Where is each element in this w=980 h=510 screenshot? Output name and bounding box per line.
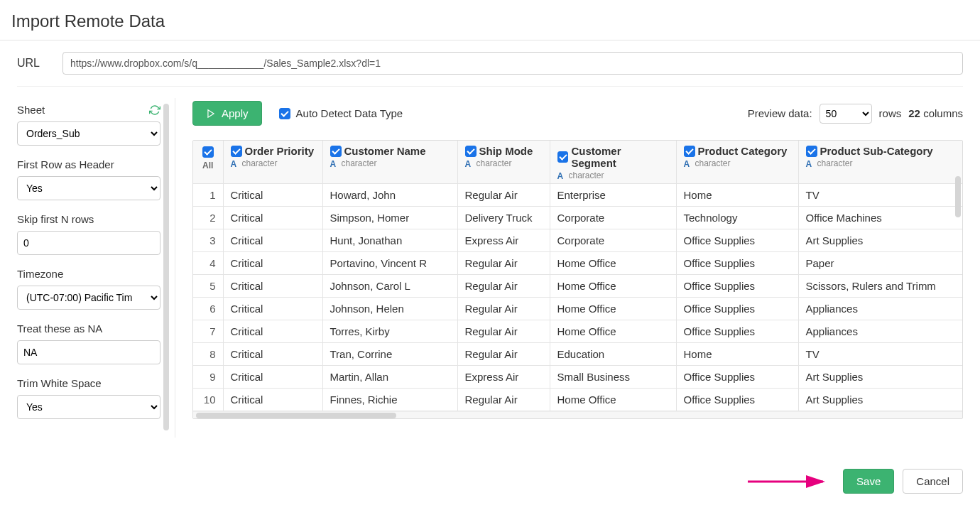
- cell: Technology: [676, 207, 798, 229]
- first-row-header-select[interactable]: Yes: [17, 176, 160, 200]
- row-number: 8: [193, 343, 223, 366]
- col-header-product-category[interactable]: Product Category Acharacter: [676, 141, 798, 184]
- col-header-all[interactable]: All: [193, 141, 223, 184]
- auto-detect-checkbox[interactable]: [279, 108, 290, 119]
- preview-rows-select[interactable]: 50: [820, 104, 872, 124]
- col-name: Order Priority: [245, 145, 315, 157]
- skip-rows-input[interactable]: [17, 231, 160, 255]
- col-checkbox[interactable]: [684, 146, 695, 157]
- vertical-scrollbar[interactable]: [955, 176, 961, 217]
- cell: Portavino, Vincent R: [322, 252, 457, 275]
- cell: Critical: [223, 184, 322, 207]
- cell: Critical: [223, 298, 322, 320]
- cell: Appliances: [798, 320, 962, 343]
- cell: Critical: [223, 275, 322, 298]
- col-checkbox[interactable]: [465, 146, 477, 157]
- url-label: URL: [17, 57, 43, 70]
- first-row-header-label: First Row as Header: [17, 158, 114, 170]
- col-header-order-priority[interactable]: Order Priority Acharacter: [223, 141, 322, 184]
- cell: Home: [676, 184, 798, 207]
- cancel-button[interactable]: Cancel: [903, 469, 963, 494]
- cell: Education: [550, 343, 676, 366]
- content: Apply Auto Detect Data Type Preview data…: [181, 87, 963, 449]
- cell: Office Supplies: [676, 320, 798, 343]
- apply-button[interactable]: Apply: [192, 101, 262, 126]
- col-header-customer-segment[interactable]: Customer Segment Acharacter: [550, 141, 676, 184]
- cell: Art Supplies: [798, 229, 962, 252]
- row-number: 9: [193, 366, 223, 389]
- cell: Martin, Allan: [322, 366, 457, 389]
- cell: Critical: [223, 207, 322, 229]
- columns-label: columns: [923, 107, 963, 119]
- type-a-icon: A: [330, 159, 339, 168]
- controls-row: Apply Auto Detect Data Type Preview data…: [192, 101, 963, 126]
- refresh-icon[interactable]: [149, 104, 160, 116]
- sheet-select[interactable]: Orders_Sub: [17, 121, 160, 146]
- col-type: character: [569, 170, 604, 180]
- table-wrap: All Order Priority Acharacter Customer N…: [192, 140, 963, 419]
- cell: Home Office: [550, 320, 676, 343]
- cell: Corporate: [550, 207, 676, 229]
- scrollbar-thumb[interactable]: [196, 413, 396, 418]
- cell: Home Office: [550, 298, 676, 320]
- row-number: 1: [193, 184, 223, 207]
- type-a-icon: A: [684, 159, 692, 168]
- vertical-separator: [175, 98, 175, 438]
- col-checkbox[interactable]: [557, 151, 569, 163]
- cell: Scissors, Rulers and Trimm: [798, 275, 962, 298]
- cell: Office Supplies: [676, 389, 798, 411]
- cell: Regular Air: [457, 343, 550, 366]
- cell: Regular Air: [457, 252, 550, 275]
- play-icon: [206, 109, 216, 119]
- cell: Critical: [223, 229, 322, 252]
- columns-count: 22: [908, 107, 920, 119]
- col-checkbox[interactable]: [806, 146, 817, 157]
- svg-marker-0: [208, 109, 214, 117]
- cell: TV: [798, 184, 962, 207]
- cell: Small Business: [550, 366, 676, 389]
- auto-detect-wrap[interactable]: Auto Detect Data Type: [279, 107, 403, 119]
- sidebar-scrollbar[interactable]: [163, 104, 169, 430]
- table-row: 10CriticalFinnes, RichieRegular AirHome …: [193, 389, 962, 411]
- skip-rows-label: Skip first N rows: [17, 213, 94, 225]
- type-a-icon: A: [231, 159, 239, 168]
- table-row: 9CriticalMartin, AllanExpress AirSmall B…: [193, 366, 962, 389]
- col-header-ship-mode[interactable]: Ship Mode Acharacter: [457, 141, 550, 184]
- trim-ws-select[interactable]: Yes: [17, 395, 160, 419]
- cell: Johnson, Helen: [322, 298, 457, 320]
- cell: Home Office: [550, 389, 676, 411]
- col-type: character: [695, 158, 731, 168]
- cell: Paper: [798, 252, 962, 275]
- cell: Home Office: [550, 252, 676, 275]
- col-type: character: [817, 158, 853, 168]
- col-name: Product Sub-Category: [820, 145, 933, 157]
- row-number: 7: [193, 320, 223, 343]
- col-checkbox[interactable]: [231, 146, 242, 157]
- cell: Regular Air: [457, 275, 550, 298]
- row-number: 6: [193, 298, 223, 320]
- cell: Express Air: [457, 366, 550, 389]
- save-button[interactable]: Save: [843, 469, 894, 494]
- row-number: 2: [193, 207, 223, 229]
- cell: Critical: [223, 252, 322, 275]
- col-header-customer-name[interactable]: Customer Name Acharacter: [322, 141, 457, 184]
- cell: Delivery Truck: [457, 207, 550, 229]
- select-all-checkbox[interactable]: [202, 146, 214, 158]
- col-checkbox[interactable]: [330, 146, 342, 157]
- timezone-select[interactable]: (UTC-07:00) Pacific Tim: [17, 286, 160, 310]
- row-number: 5: [193, 275, 223, 298]
- sheet-label: Sheet: [17, 104, 45, 116]
- col-name: Ship Mode: [479, 145, 533, 157]
- cell: Finnes, Richie: [322, 389, 457, 411]
- cell: Hunt, Jonathan: [322, 229, 457, 252]
- treat-na-input[interactable]: [17, 340, 160, 364]
- url-input[interactable]: [62, 52, 963, 75]
- col-header-product-sub-category[interactable]: Product Sub-Category Acharacter: [798, 141, 962, 184]
- col-type: character: [242, 158, 278, 168]
- cell: Office Machines: [798, 207, 962, 229]
- horizontal-scrollbar[interactable]: [193, 411, 962, 418]
- cell: Torres, Kirby: [322, 320, 457, 343]
- cell: Regular Air: [457, 320, 550, 343]
- table-row: 5CriticalJohnson, Carol LRegular AirHome…: [193, 275, 962, 298]
- type-a-icon: A: [465, 159, 474, 168]
